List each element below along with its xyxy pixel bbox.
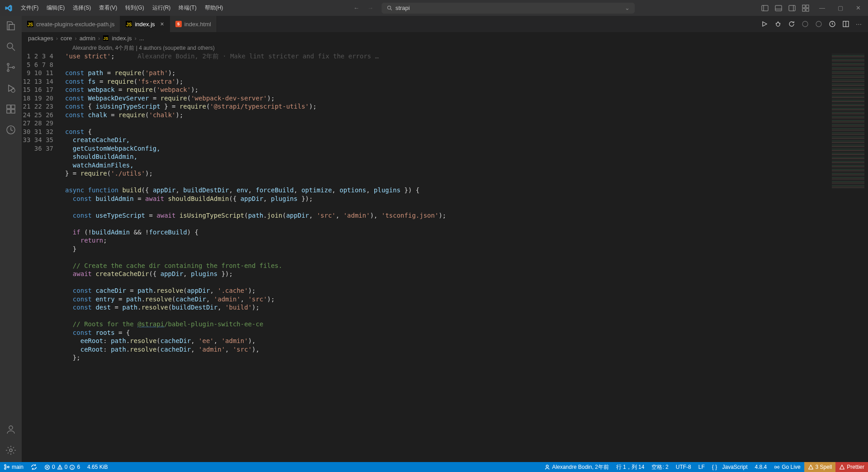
source-control-icon[interactable] <box>5 62 16 73</box>
svg-rect-20 <box>11 105 15 109</box>
indent-status[interactable]: 空格: 2 <box>648 462 672 472</box>
close-icon[interactable]: × <box>160 20 164 28</box>
svg-marker-26 <box>763 22 767 26</box>
bc-tail: ... <box>139 35 144 42</box>
window-minimize-icon[interactable]: — <box>819 5 825 11</box>
search-panel-icon[interactable] <box>5 41 16 52</box>
window-maximize-icon[interactable]: ▢ <box>838 5 843 11</box>
js-file-icon: JS <box>103 35 108 41</box>
blame-status[interactable]: Alexandre Bodin, 2年前 <box>541 462 612 472</box>
tab-label: create-plugins-exclude-path.js <box>36 21 114 28</box>
tab-index-js[interactable]: JS index.js × <box>120 16 170 32</box>
accounts-icon[interactable] <box>5 424 16 435</box>
svg-rect-4 <box>775 5 782 11</box>
svg-point-44 <box>60 468 60 468</box>
svg-point-36 <box>5 465 6 467</box>
nav-forward-icon[interactable]: → <box>368 5 373 11</box>
menu-help[interactable]: 帮助(H) <box>201 2 227 14</box>
svg-point-12 <box>7 43 13 48</box>
svg-rect-11 <box>806 9 809 11</box>
window-close-icon[interactable]: ✕ <box>856 5 861 11</box>
tab-label: index.js <box>135 21 155 28</box>
run-debug-icon[interactable] <box>5 83 16 94</box>
bc-seg[interactable]: admin <box>80 35 95 42</box>
command-center[interactable]: strapi ⌄ <box>382 3 635 14</box>
menu-file[interactable]: 文件(F) <box>17 2 42 14</box>
bc-seg[interactable]: core <box>61 35 72 42</box>
search-icon <box>387 5 393 11</box>
svg-point-18 <box>11 89 15 92</box>
layout-sidebar-left-icon[interactable] <box>761 5 769 12</box>
svg-point-15 <box>7 70 9 72</box>
more-icon[interactable]: ⋯ <box>856 21 862 28</box>
nav-back-icon[interactable]: ← <box>354 5 359 11</box>
layout-panel-icon[interactable] <box>775 5 782 12</box>
svg-point-37 <box>5 468 6 470</box>
svg-point-0 <box>387 6 391 9</box>
js-file-icon: JS <box>126 21 132 27</box>
extensions-icon[interactable] <box>5 104 16 114</box>
menu-view[interactable]: 查看(V) <box>95 2 121 14</box>
svg-point-38 <box>8 466 9 468</box>
menu-edit[interactable]: 编辑(E) <box>43 2 68 14</box>
spell-status[interactable]: 3 Spell <box>804 462 836 472</box>
encoding-status[interactable]: UTF-8 <box>672 462 695 472</box>
svg-rect-21 <box>7 110 10 113</box>
sync-icon[interactable] <box>27 462 41 472</box>
breadcrumb[interactable]: packages› core› admin› JS index.js› ... <box>22 32 868 44</box>
svg-line-13 <box>12 48 15 51</box>
svg-rect-10 <box>802 9 805 11</box>
svg-line-1 <box>390 9 392 10</box>
eol-status[interactable]: LF <box>695 462 708 472</box>
diff-next-icon[interactable] <box>815 20 822 28</box>
js-file-icon: JS <box>27 21 33 27</box>
svg-point-32 <box>816 21 821 27</box>
refresh-icon[interactable] <box>788 20 795 28</box>
svg-point-14 <box>7 63 9 65</box>
branch-indicator[interactable]: main <box>0 462 27 472</box>
explorer-icon[interactable] <box>5 20 16 31</box>
language-status[interactable]: { } JavaScript <box>708 462 751 472</box>
activity-bar <box>0 16 22 462</box>
settings-gear-icon[interactable] <box>5 445 16 456</box>
svg-rect-2 <box>762 5 768 11</box>
menu-run[interactable]: 运行(R) <box>149 2 175 14</box>
code-editor[interactable]: 'use strict'; Alexandre Bodin, 2年前 · Mak… <box>65 52 828 462</box>
bc-seg[interactable]: index.js <box>112 35 132 42</box>
svg-rect-19 <box>7 105 10 109</box>
golive-status[interactable]: Go Live <box>770 462 804 472</box>
vscode-logo-icon <box>5 4 13 12</box>
run-icon[interactable] <box>761 20 768 28</box>
cursor-position[interactable]: 行 1，列 14 <box>613 462 648 472</box>
menu-terminal[interactable]: 终端(T) <box>175 2 200 14</box>
svg-point-24 <box>9 426 13 429</box>
timeline-icon[interactable] <box>5 124 16 135</box>
tabs: JS create-plugins-exclude-path.js JS ind… <box>22 16 868 32</box>
status-bar: main 0 0 6 4.65 KiB Alexandre Bodin, 2年前… <box>0 462 868 472</box>
file-size[interactable]: 4.65 KiB <box>84 462 111 472</box>
layout-sidebar-right-icon[interactable] <box>788 5 796 12</box>
svg-point-31 <box>802 21 808 27</box>
tab-create-plugins[interactable]: JS create-plugins-exclude-path.js <box>22 16 120 32</box>
minimap[interactable] <box>828 52 868 462</box>
timeline-clock-icon[interactable] <box>829 20 836 28</box>
codelens[interactable]: Alexandre Bodin, 4个月前 | 4 authors (soupe… <box>22 44 868 52</box>
diff-prev-icon[interactable] <box>802 20 809 28</box>
tab-index-html[interactable]: 5 index.html <box>170 16 217 32</box>
prettier-status[interactable]: Prettier <box>835 462 868 472</box>
menu-select[interactable]: 选择(S) <box>69 2 94 14</box>
menubar: 文件(F) 编辑(E) 选择(S) 查看(V) 转到(G) 运行(R) 终端(T… <box>17 2 226 14</box>
svg-rect-8 <box>802 5 805 8</box>
version-status[interactable]: 4.8.4 <box>751 462 771 472</box>
svg-point-27 <box>776 23 780 26</box>
bc-seg[interactable]: packages <box>28 35 53 42</box>
menu-goto[interactable]: 转到(G) <box>122 2 147 14</box>
svg-rect-22 <box>11 110 15 113</box>
problems-indicator[interactable]: 0 0 6 <box>41 462 84 472</box>
html-file-icon: 5 <box>175 21 182 27</box>
svg-point-49 <box>776 466 778 467</box>
split-editor-icon[interactable] <box>842 20 849 28</box>
bug-icon[interactable] <box>774 20 782 28</box>
svg-rect-6 <box>789 5 795 11</box>
layout-customize-icon[interactable] <box>802 5 809 12</box>
